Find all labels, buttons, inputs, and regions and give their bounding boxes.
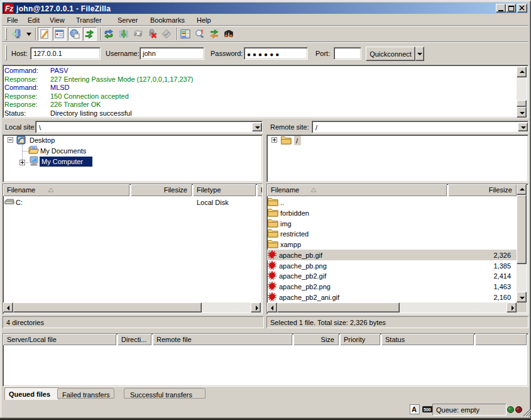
svg-text:Fz: Fz — [5, 4, 13, 13]
